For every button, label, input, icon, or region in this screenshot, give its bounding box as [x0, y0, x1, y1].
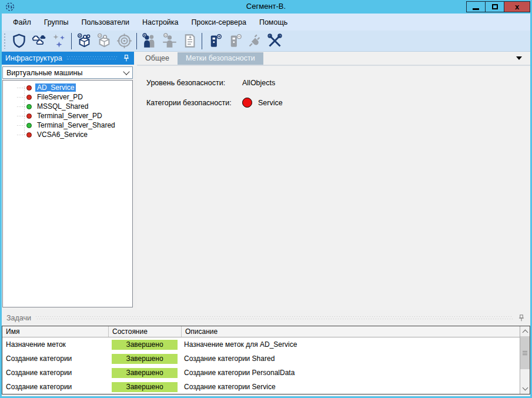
- tree-item-vcsa6-service[interactable]: VCSA6_Service: [3, 130, 132, 139]
- task-description: Создание категории Service: [180, 383, 520, 391]
- maximize-button[interactable]: [485, 1, 504, 12]
- target-button[interactable]: [114, 32, 134, 51]
- table-row[interactable]: Создание категории Завершено Создание ка…: [2, 366, 520, 380]
- tree-item-mssql-shared[interactable]: MSSQL_Shared: [3, 102, 132, 111]
- chevron-down-icon: [123, 68, 129, 75]
- column-header-description[interactable]: Описание: [182, 326, 520, 337]
- title-bar: Сегмент-В. x: [0, 0, 532, 14]
- minimize-button[interactable]: [466, 1, 485, 12]
- tree-item-label: Terminal_Server_PD: [35, 112, 104, 120]
- tools-button[interactable]: [265, 32, 285, 51]
- menu-users[interactable]: Пользователи: [75, 15, 136, 29]
- pin-icon[interactable]: [517, 313, 526, 323]
- menu-groups[interactable]: Группы: [38, 15, 75, 29]
- add-server-button[interactable]: [205, 32, 225, 51]
- status-dot: [26, 132, 32, 138]
- remove-package-button[interactable]: [94, 32, 114, 51]
- document-button[interactable]: [179, 32, 199, 51]
- infrastructure-panel-header: Инфраструктура: [2, 52, 134, 65]
- target-icon: [116, 33, 132, 49]
- category-red-circle-icon: [242, 98, 252, 108]
- client-area: Инфраструктура Виртуальные машины: [2, 52, 530, 396]
- close-icon: x: [515, 3, 519, 11]
- toolbar-separator: [71, 33, 72, 49]
- tree-item-terminal-server-shared[interactable]: Terminal_Server_Shared: [3, 121, 132, 130]
- tasks-dotted-leader: [36, 316, 513, 320]
- vertical-scrollbar[interactable]: [520, 326, 530, 394]
- tree-item-label: VCSA6_Service: [35, 131, 89, 139]
- pin-icon[interactable]: [122, 53, 131, 63]
- document-icon: [182, 33, 198, 49]
- column-header-state[interactable]: Состояние: [109, 326, 182, 337]
- status-badge: Завершено: [112, 382, 178, 392]
- object-type-select[interactable]: Виртуальные машины: [2, 66, 133, 79]
- security-level-label: Уровень безопасности:: [146, 79, 242, 87]
- infrastructure-panel: Инфраструктура Виртуальные машины: [2, 52, 134, 310]
- scrollbar-track[interactable]: [520, 336, 530, 384]
- tree-item-fileserver-pd[interactable]: FileServer_PD: [3, 92, 132, 102]
- task-name: Создание категории: [2, 354, 109, 363]
- maximize-icon: [492, 4, 498, 9]
- sparkles-icon: [51, 33, 67, 49]
- menu-file[interactable]: Файл: [6, 15, 38, 29]
- scrollbar-thumb[interactable]: [520, 336, 530, 369]
- tab-general[interactable]: Общее: [137, 52, 178, 65]
- plug-icon: [247, 33, 263, 49]
- close-button[interactable]: x: [504, 1, 530, 12]
- status-dot: [26, 113, 32, 119]
- shield-button[interactable]: [9, 32, 29, 51]
- status-badge: Завершено: [112, 368, 178, 378]
- security-labels-content: Уровень безопасности: AllObjects Категор…: [137, 65, 530, 310]
- tasks-table: Имя Состояние Описание Назначение меток …: [2, 326, 530, 394]
- remove-package-icon: [96, 33, 112, 49]
- toolbar: [2, 31, 530, 52]
- menu-settings[interactable]: Настройка: [136, 15, 185, 29]
- infrastructure-panel-title: Инфраструктура: [5, 54, 62, 62]
- scroll-down-button[interactable]: [520, 384, 530, 394]
- object-type-value: Виртуальные машины: [6, 69, 124, 77]
- add-users-button[interactable]: [139, 32, 159, 51]
- add-users-icon: [142, 33, 158, 49]
- remove-user-button[interactable]: [159, 32, 179, 51]
- security-category-value: Service: [258, 99, 283, 107]
- app-window: Сегмент-В. x Файл Группы Пользователи На…: [0, 0, 532, 398]
- table-row[interactable]: Создание категории Завершено Создание ка…: [2, 380, 520, 394]
- tree-item-ad-service[interactable]: AD_Service: [3, 83, 132, 92]
- security-categories-row: Категории безопасности: Service: [146, 98, 530, 108]
- tab-strip: Общее Метки безопасности: [137, 52, 530, 65]
- status-dot: [26, 123, 32, 128]
- status-dot: [26, 85, 32, 91]
- security-categories-label: Категории безопасности:: [146, 99, 242, 107]
- clouds-button[interactable]: [29, 32, 49, 51]
- task-description: Создание категории Shared: [180, 354, 520, 363]
- column-header-name[interactable]: Имя: [2, 326, 109, 337]
- status-dot: [26, 95, 32, 100]
- toolbar-grip[interactable]: [3, 34, 6, 49]
- sparkles-button[interactable]: [49, 32, 69, 51]
- table-row[interactable]: Создание категории Завершено Создание ка…: [2, 352, 520, 366]
- add-package-button[interactable]: [74, 32, 94, 51]
- vm-tree: AD_Service FileServer_PD MSSQL_Shared: [2, 80, 133, 307]
- tab-security-labels[interactable]: Метки безопасности: [178, 52, 263, 65]
- tree-item-label: FileServer_PD: [35, 93, 85, 101]
- chevron-down-icon: [522, 385, 528, 391]
- tab-overflow-arrow-icon[interactable]: [516, 56, 522, 60]
- chevron-up-icon: [522, 330, 528, 336]
- add-package-icon: [76, 33, 92, 49]
- scroll-up-button[interactable]: [520, 326, 530, 336]
- remove-server-icon: [227, 33, 243, 49]
- main-panel: Общее Метки безопасности Уровень безопас…: [137, 52, 530, 310]
- remove-server-button[interactable]: [225, 32, 245, 51]
- task-name: Создание категории: [2, 383, 109, 391]
- plug-button[interactable]: [245, 32, 265, 51]
- tree-item-terminal-server-pd[interactable]: Terminal_Server_PD: [3, 111, 132, 121]
- tree-item-label: MSSQL_Shared: [35, 102, 90, 111]
- task-description: Назначение меток для AD_Service: [180, 340, 520, 349]
- status-dot: [26, 104, 32, 109]
- menu-proxy-servers[interactable]: Прокси-сервера: [185, 15, 253, 29]
- menu-help[interactable]: Помощь: [253, 15, 294, 29]
- tools-icon: [267, 33, 283, 49]
- table-row[interactable]: Назначение меток Завершено Назначение ме…: [2, 337, 520, 352]
- toolbar-separator: [202, 33, 202, 49]
- tasks-panel-header: Задачи: [2, 312, 530, 325]
